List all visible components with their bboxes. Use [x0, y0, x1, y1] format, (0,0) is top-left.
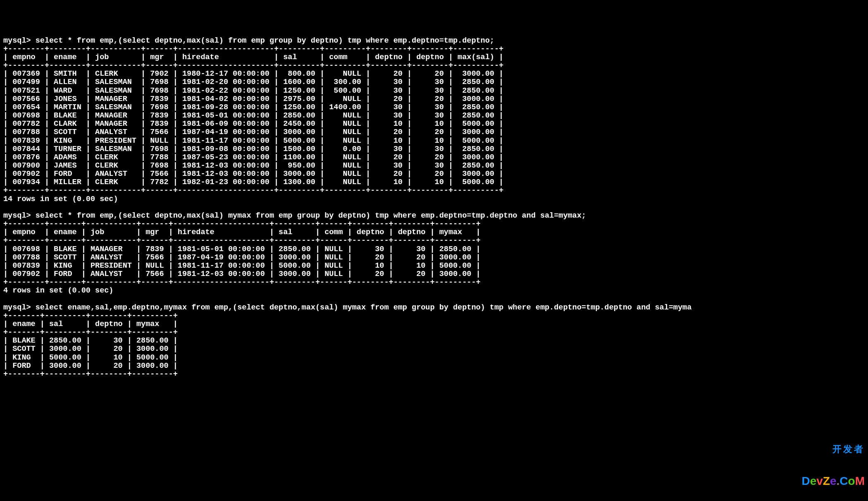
watermark-top: 开发者 — [801, 445, 865, 454]
watermark: 开发者 DevZe.CoM — [801, 423, 865, 498]
terminal-output[interactable]: mysql> select * from emp,(select deptno,… — [3, 37, 865, 379]
watermark-bottom: DevZe.CoM — [801, 475, 865, 487]
